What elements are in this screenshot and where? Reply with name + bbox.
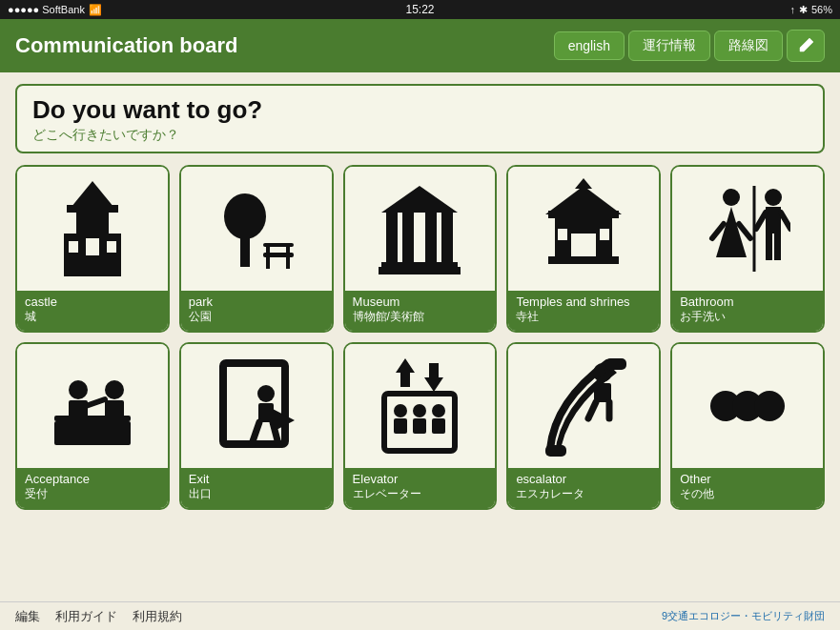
status-left: ●●●●● SoftBank 📶 [8, 4, 102, 16]
castle-icon [50, 176, 135, 281]
svg-point-64 [413, 404, 426, 417]
svg-marker-17 [381, 186, 458, 213]
svg-rect-49 [105, 400, 124, 417]
card-icon-exit [181, 344, 332, 468]
svg-rect-72 [545, 445, 566, 457]
svg-rect-28 [558, 229, 567, 240]
svg-line-47 [86, 399, 105, 406]
card-icon-museum [345, 167, 496, 291]
card-label-jp-exit: 出口 [189, 486, 324, 502]
card-park[interactable]: park 公園 [179, 165, 334, 333]
card-acceptance[interactable]: Acceptance 受付 [15, 342, 170, 510]
svg-rect-23 [379, 267, 461, 274]
card-temples[interactable]: Temples and shrines 寺社 [506, 165, 661, 333]
arrow-icon: ↑ [789, 4, 795, 15]
edit-button[interactable] [787, 30, 825, 62]
card-label-bathroom: Bathroom お手洗い [672, 291, 823, 331]
footer-guide-link[interactable]: 利用ガイド [55, 608, 117, 625]
card-escalator[interactable]: escalator エスカレータ [506, 342, 661, 510]
card-castle[interactable]: castle 城 [15, 165, 170, 333]
pencil-icon [796, 36, 815, 55]
card-bathroom[interactable]: Bathroom お手洗い [670, 165, 825, 333]
card-icon-temples [508, 167, 659, 291]
card-exit[interactable]: Exit 出口 [179, 342, 334, 510]
svg-rect-50 [107, 416, 113, 430]
status-right: ↑ ✱ 56% [789, 4, 832, 16]
svg-line-35 [739, 224, 750, 238]
card-label-en-park: park [189, 295, 324, 309]
card-label-en-museum: Museum [353, 295, 488, 309]
card-label-en-exit: Exit [189, 472, 324, 486]
card-label-park: park 公園 [181, 291, 332, 331]
svg-rect-6 [67, 205, 74, 213]
svg-rect-1 [76, 210, 109, 238]
svg-rect-5 [107, 241, 116, 253]
svg-marker-59 [424, 363, 443, 392]
battery-text: 56% [811, 4, 832, 15]
footer: 編集 利用ガイド 利用規約 9交通エコロジー・モビリティ財団 [0, 601, 840, 630]
acceptance-icon [50, 354, 135, 458]
destination-grid: castle 城 [15, 165, 825, 510]
svg-marker-58 [396, 358, 415, 387]
exit-icon [214, 354, 299, 458]
svg-point-32 [723, 189, 740, 206]
header-nav: english 運行情報 路線図 [554, 30, 825, 62]
museum-icon [377, 176, 462, 281]
card-label-jp-temples: 寺社 [516, 309, 651, 325]
svg-point-66 [432, 404, 445, 417]
card-label-other: Other その他 [672, 468, 823, 508]
app-title: Communication board [15, 33, 237, 58]
card-label-en-escalator: escalator [516, 472, 651, 486]
card-label-temples: Temples and shrines 寺社 [508, 291, 659, 331]
svg-rect-29 [600, 229, 609, 240]
svg-rect-39 [766, 234, 772, 260]
svg-line-42 [781, 213, 790, 229]
card-icon-bathroom [672, 167, 823, 291]
card-icon-acceptance [17, 344, 168, 468]
svg-rect-20 [425, 213, 437, 265]
card-icon-escalator [508, 344, 659, 468]
svg-rect-46 [69, 400, 88, 419]
svg-point-62 [394, 404, 407, 417]
bathroom-icon [705, 176, 790, 281]
svg-rect-13 [286, 257, 290, 269]
card-museum[interactable]: Museum 博物館/美術館 [343, 165, 498, 333]
svg-point-45 [69, 380, 88, 399]
svg-rect-19 [402, 213, 414, 265]
card-label-escalator: escalator エスカレータ [508, 468, 659, 508]
english-button[interactable]: english [554, 31, 625, 60]
svg-rect-8 [111, 205, 118, 213]
svg-rect-67 [432, 418, 445, 434]
svg-point-48 [105, 380, 124, 399]
card-label-jp-other: その他 [680, 486, 815, 502]
main-content: Do you want to go? どこへ行きたいですか？ [0, 72, 840, 521]
card-elevator[interactable]: Elevator エレベーター [343, 342, 498, 510]
app-header: Communication board english 運行情報 路線図 [0, 19, 840, 72]
svg-marker-2 [67, 181, 118, 213]
card-label-en-other: Other [680, 472, 815, 486]
card-other[interactable]: Other その他 [670, 342, 825, 510]
footer-edit-link[interactable]: 編集 [15, 608, 40, 625]
svg-rect-51 [117, 416, 124, 430]
card-label-jp-escalator: エスカレータ [516, 486, 651, 502]
svg-marker-24 [545, 186, 622, 214]
svg-point-37 [765, 189, 782, 206]
svg-rect-63 [394, 418, 407, 434]
card-label-elevator: Elevator エレベーター [345, 468, 496, 508]
svg-point-10 [224, 193, 266, 239]
footer-credit: 9交通エコロジー・モビリティ財団 [662, 609, 825, 623]
svg-rect-16 [286, 247, 290, 254]
card-label-en-elevator: Elevator [353, 472, 488, 486]
svg-rect-30 [548, 256, 619, 264]
question-box: Do you want to go? どこへ行きたいですか？ [15, 84, 825, 153]
svg-line-41 [756, 213, 766, 229]
footer-terms-link[interactable]: 利用規約 [133, 608, 182, 625]
svg-rect-65 [413, 418, 426, 434]
svg-rect-21 [441, 213, 453, 265]
status-bar: ●●●●● SoftBank 📶 15:22 ↑ ✱ 56% [0, 0, 840, 19]
operations-button[interactable]: 運行情報 [628, 30, 710, 61]
card-label-museum: Museum 博物館/美術館 [345, 291, 496, 331]
status-time: 15:22 [405, 3, 434, 16]
route-map-button[interactable]: 路線図 [714, 30, 783, 61]
footer-links: 編集 利用ガイド 利用規約 [15, 608, 182, 625]
